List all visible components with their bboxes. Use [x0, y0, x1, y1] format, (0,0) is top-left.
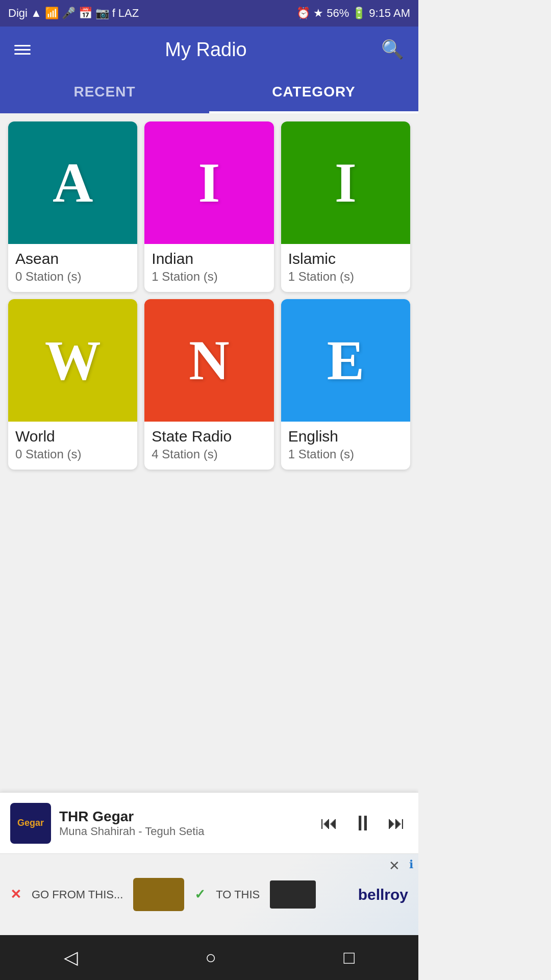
ad-banner: ✕ GO FROM THIS... ✓ TO THIS bellroy ℹ ✕	[0, 853, 418, 935]
battery-label: 56%	[327, 7, 349, 20]
ad-wallet-old	[133, 878, 184, 911]
card-name-state-radio: State Radio	[152, 428, 266, 445]
category-grid: A Asean 0 Station (s) I Indian 1 Station…	[0, 113, 418, 478]
ad-close-button[interactable]: ✕	[389, 858, 400, 874]
lazada-icon: LAZ	[118, 7, 139, 20]
wifi-icon: 📶	[45, 7, 59, 20]
home-button[interactable]: ○	[190, 942, 232, 973]
card-letter-state-radio: N	[189, 328, 229, 393]
category-card-islamic[interactable]: I Islamic 1 Station (s)	[281, 121, 410, 292]
signal-icon: ▲	[31, 7, 42, 20]
now-playing-bar: Gegar THR Gegar Muna Shahirah - Teguh Se…	[0, 792, 418, 853]
next-button[interactable]: ⏭	[385, 810, 408, 836]
card-info-world: World 0 Station (s)	[8, 422, 137, 470]
now-playing-info: THR Gegar Muna Shahirah - Teguh Setia	[59, 808, 317, 838]
card-image-islamic: I	[281, 121, 410, 244]
search-icon: 🔍	[381, 39, 404, 60]
card-info-state-radio: State Radio 4 Station (s)	[144, 422, 273, 470]
alarm-icon: ⏰	[296, 7, 310, 20]
card-image-world: W	[8, 299, 137, 422]
category-card-asean[interactable]: A Asean 0 Station (s)	[8, 121, 137, 292]
card-info-indian: Indian 1 Station (s)	[144, 244, 273, 292]
ad-check-icon: ✓	[194, 887, 206, 902]
card-image-state-radio: N	[144, 299, 273, 422]
category-card-state-radio[interactable]: N State Radio 4 Station (s)	[144, 299, 273, 470]
menu-button[interactable]	[10, 38, 35, 61]
mic-icon: 🎤	[62, 7, 76, 20]
tab-category[interactable]: CATEGORY	[209, 72, 418, 113]
card-letter-indian: I	[198, 151, 220, 215]
card-stations-asean: 0 Station (s)	[15, 270, 130, 284]
track-name: Muna Shahirah - Teguh Setia	[59, 825, 317, 838]
player-controls: ⏮ ⏸ ⏭	[317, 808, 408, 839]
card-letter-asean: A	[53, 151, 93, 215]
card-letter-english: E	[327, 328, 364, 393]
card-letter-islamic: I	[335, 151, 357, 215]
card-image-indian: I	[144, 121, 273, 244]
pause-button[interactable]: ⏸	[349, 808, 377, 839]
category-card-english[interactable]: E English 1 Station (s)	[281, 299, 410, 470]
app-title: My Radio	[165, 39, 247, 61]
search-button[interactable]: 🔍	[377, 35, 408, 64]
card-info-english: English 1 Station (s)	[281, 422, 410, 470]
card-stations-state-radio: 4 Station (s)	[152, 447, 266, 461]
bluetooth-icon: ★	[313, 7, 323, 20]
card-info-asean: Asean 0 Station (s)	[8, 244, 137, 292]
ad-from-text: GO FROM THIS...	[32, 888, 123, 901]
card-stations-islamic: 1 Station (s)	[288, 270, 403, 284]
card-image-asean: A	[8, 121, 137, 244]
instagram-icon: 📷	[95, 7, 109, 20]
station-logo: Gegar	[10, 803, 51, 844]
prev-button[interactable]: ⏮	[317, 810, 341, 836]
card-stations-english: 1 Station (s)	[288, 447, 403, 461]
tab-bar: RECENT CATEGORY	[0, 72, 418, 113]
battery-icon: 🔋	[352, 7, 366, 20]
ad-to-text: TO THIS	[216, 888, 260, 901]
facebook-icon: f	[112, 7, 115, 20]
tab-recent[interactable]: RECENT	[0, 72, 209, 113]
status-bar: Digi ▲ 📶 🎤 📅 📷 f LAZ ⏰ ★ 56% 🔋 9:15 AM	[0, 0, 418, 27]
card-name-asean: Asean	[15, 250, 130, 267]
station-name: THR Gegar	[59, 808, 317, 825]
logo-text: Gegar	[17, 818, 44, 829]
calendar-icon: 📅	[79, 7, 92, 20]
hamburger-icon	[14, 45, 31, 55]
card-name-islamic: Islamic	[288, 250, 403, 267]
card-image-english: E	[281, 299, 410, 422]
card-name-english: English	[288, 428, 403, 445]
category-card-indian[interactable]: I Indian 1 Station (s)	[144, 121, 273, 292]
content-area: A Asean 0 Station (s) I Indian 1 Station…	[0, 113, 418, 792]
card-stations-indian: 1 Station (s)	[152, 270, 266, 284]
nav-bar: ◁ ○ □	[0, 935, 418, 980]
status-right: ⏰ ★ 56% 🔋 9:15 AM	[296, 7, 410, 20]
card-name-world: World	[15, 428, 130, 445]
category-card-world[interactable]: W World 0 Station (s)	[8, 299, 137, 470]
ad-info-button[interactable]: ℹ	[409, 858, 413, 871]
ad-brand: bellroy	[358, 886, 408, 903]
card-stations-world: 0 Station (s)	[15, 447, 130, 461]
carrier-label: Digi	[8, 7, 28, 20]
recents-button[interactable]: □	[329, 942, 370, 973]
card-letter-world: W	[45, 328, 101, 393]
card-info-islamic: Islamic 1 Station (s)	[281, 244, 410, 292]
back-button[interactable]: ◁	[48, 942, 93, 973]
time-label: 9:15 AM	[369, 7, 410, 20]
status-left: Digi ▲ 📶 🎤 📅 📷 f LAZ	[8, 7, 139, 20]
ad-inner: ✕ GO FROM THIS... ✓ TO THIS bellroy	[0, 854, 418, 935]
app-bar: My Radio 🔍	[0, 27, 418, 72]
ad-wallet-new	[270, 880, 316, 909]
ad-cross-icon: ✕	[10, 887, 21, 902]
card-name-indian: Indian	[152, 250, 266, 267]
